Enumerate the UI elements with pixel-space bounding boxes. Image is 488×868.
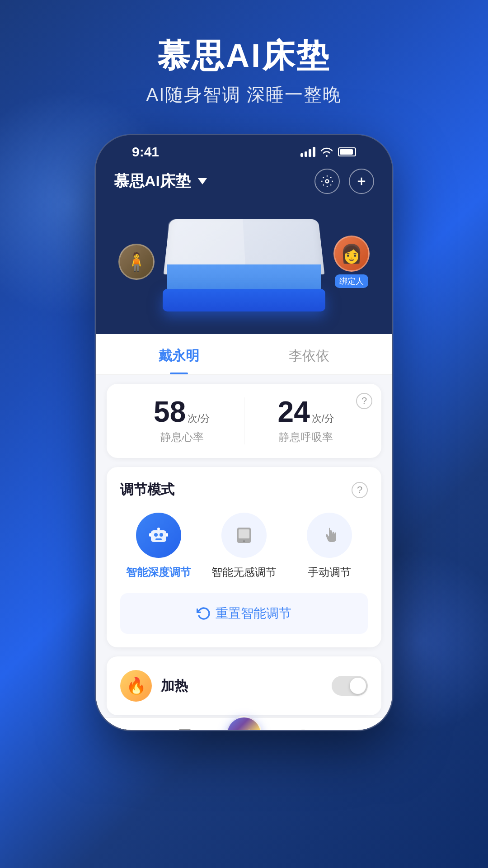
mode-section: 调节模式 ? — [107, 467, 381, 647]
heat-flame-icon: 🔥 — [120, 670, 152, 702]
reset-button[interactable]: 重置智能调节 — [120, 593, 368, 634]
mode-deep-icon — [136, 513, 181, 558]
app-header: 慕思AI床垫 — [114, 164, 374, 203]
phone-top-section: 9:41 — [96, 135, 392, 334]
phone-mockup: 9:41 — [95, 134, 393, 731]
mode-silent-label: 智能无感调节 — [211, 565, 277, 580]
svg-rect-11 — [239, 529, 249, 538]
stats-card: ? 58 次/分 静息心率 24 次/分 静息呼吸率 — [107, 384, 381, 458]
home-icon — [114, 725, 137, 730]
phone-bottom-section: 戴永明 李依依 ? 58 次/分 静息心率 — [96, 334, 392, 730]
header-icons — [314, 169, 374, 194]
explore-icon — [291, 725, 315, 730]
heart-rate-stat: 58 次/分 静息心率 — [120, 397, 244, 444]
status-time: 9:41 — [132, 144, 159, 160]
heart-rate-unit: 次/分 — [188, 412, 210, 425]
toggle-knob — [350, 678, 366, 694]
svg-point-0 — [326, 180, 329, 183]
mattress-front-face — [167, 264, 321, 292]
svg-rect-3 — [151, 530, 166, 542]
mode-silent-icon — [221, 513, 267, 558]
signal-icon — [300, 147, 315, 157]
add-button[interactable] — [349, 169, 374, 194]
svg-rect-8 — [149, 533, 151, 537]
add-icon — [355, 175, 368, 188]
breath-rate-stat: 24 次/分 静息呼吸率 — [244, 397, 368, 444]
hero-subtitle: AI随身智调 深睡一整晚 — [146, 82, 342, 107]
battery-icon — [338, 147, 356, 156]
mode-section-header: 调节模式 ? — [120, 481, 368, 499]
heart-rate-label: 静息心率 — [160, 430, 204, 444]
mode-manual-label: 手动调节 — [308, 565, 351, 580]
nav-home[interactable]: 小慕 — [96, 725, 155, 730]
nav-explore[interactable]: 探索 — [274, 725, 333, 730]
mode-item-silent[interactable]: 智能无感调节 — [206, 513, 282, 580]
svg-rect-9 — [166, 533, 168, 537]
tab-right-user[interactable]: 李依依 — [244, 334, 374, 374]
hero-title: 慕思AI床垫 — [146, 36, 342, 75]
mode-item-deep[interactable]: 智能深度调节 — [120, 513, 197, 580]
reset-label: 重置智能调节 — [216, 605, 291, 622]
svg-point-5 — [160, 533, 163, 537]
app-name: 慕思AI床垫 — [114, 171, 191, 192]
left-avatar-person: 🧍 — [125, 251, 148, 273]
hand-icon — [318, 524, 341, 547]
mattress-base — [163, 289, 325, 311]
mattress-area: 🧍 — [114, 203, 374, 321]
mode-section-title: 调节模式 — [120, 481, 174, 499]
breath-rate-value: 24 — [278, 397, 310, 426]
phone-inner: 9:41 — [96, 135, 392, 730]
mode-manual-icon — [307, 513, 352, 558]
heat-section: 🔥 加热 — [107, 656, 381, 715]
breath-rate-value-row: 24 次/分 — [278, 397, 334, 426]
nav-mine[interactable]: 我的 — [333, 725, 392, 730]
hero-header: 慕思AI床垫 AI随身智调 深睡一整晚 — [146, 0, 342, 125]
heart-rate-value-row: 58 次/分 — [154, 397, 210, 426]
svg-point-4 — [154, 533, 158, 537]
heart-rate-value: 58 — [154, 397, 186, 426]
right-avatar-person: 👩 — [340, 243, 363, 264]
svg-point-12 — [243, 540, 245, 542]
svg-rect-6 — [155, 538, 162, 540]
reset-icon — [197, 606, 211, 621]
bottom-nav: 小慕 报告 — [96, 717, 392, 730]
ai-center-icon: Ai — [226, 716, 262, 730]
mode-item-manual[interactable]: 手动调节 — [291, 513, 368, 580]
nav-ai-center[interactable]: Ai — [214, 725, 273, 730]
app-title-row[interactable]: 慕思AI床垫 — [114, 171, 207, 192]
robot-icon — [146, 523, 171, 547]
right-user-wrapper[interactable]: 👩 绑定人 — [333, 236, 370, 288]
nav-report[interactable]: 报告 — [155, 725, 214, 730]
mode-help-icon[interactable]: ? — [352, 482, 368, 498]
tablet-icon — [233, 524, 255, 547]
right-user-avatar: 👩 — [333, 236, 370, 272]
heat-label: 加热 — [161, 677, 188, 695]
wifi-icon — [320, 147, 333, 157]
svg-rect-13 — [179, 730, 190, 731]
left-user-avatar[interactable]: 🧍 — [118, 244, 155, 280]
breath-rate-label: 静息呼吸率 — [279, 430, 333, 444]
svg-rect-7 — [157, 528, 160, 530]
stats-help-icon[interactable]: ? — [356, 393, 372, 409]
report-icon — [173, 725, 197, 730]
mattress-3d-model — [158, 212, 330, 311]
mode-deep-label: 智能深度调节 — [126, 565, 191, 580]
heat-left: 🔥 加热 — [120, 670, 188, 702]
heat-toggle[interactable] — [332, 676, 368, 696]
breath-rate-unit: 次/分 — [312, 412, 334, 425]
ai-text: Ai — [238, 727, 250, 731]
bind-label: 绑定人 — [335, 274, 368, 288]
status-bar: 9:41 — [114, 135, 374, 164]
tab-left-user[interactable]: 戴永明 — [114, 334, 244, 374]
user-tabs: 戴永明 李依依 — [96, 334, 392, 375]
profile-icon — [351, 725, 374, 730]
settings-button[interactable] — [314, 169, 340, 194]
phone-frame: 9:41 — [95, 134, 393, 731]
settings-icon — [321, 175, 333, 188]
mode-options: 智能深度调节 智能无感调节 — [120, 513, 368, 580]
dropdown-arrow-icon[interactable] — [198, 178, 207, 184]
status-icons — [300, 147, 356, 157]
